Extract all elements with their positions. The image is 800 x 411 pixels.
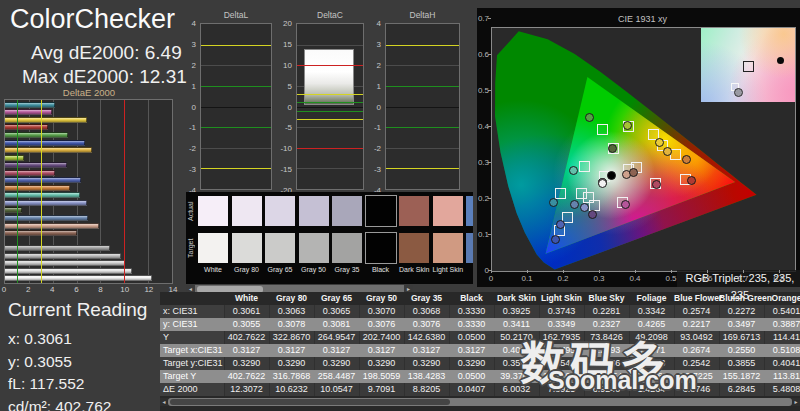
swatch-label: Dark Skin <box>399 266 429 273</box>
deltae-bar-orange-yellow <box>5 146 172 154</box>
dot-marker <box>777 57 784 64</box>
deltae-bar-foliage <box>5 207 172 215</box>
actual-swatch <box>399 196 429 226</box>
table-scrollbar[interactable]: ◄ ► <box>160 398 800 406</box>
deltae-bar-red <box>5 124 172 132</box>
table-row: Y402.7622322.8670264.9547202.7400142.638… <box>160 331 800 344</box>
deltal-chart-title: DeltaL <box>200 10 272 20</box>
deltae-bar-yellow <box>5 116 172 124</box>
measured-point <box>687 176 696 185</box>
deltae-bar-blue-flower <box>5 199 172 207</box>
swatch-label: Gray 35 <box>332 266 362 273</box>
deltae-bar-magenta <box>5 109 172 117</box>
deltal-y-axis: 43210-1-2-3-4 <box>178 23 198 190</box>
scroll-right-icon[interactable]: ► <box>792 398 800 406</box>
measured-point <box>623 121 632 130</box>
deltah-y-axis: 43210-1-2-3-4 <box>363 23 383 190</box>
deltae-bar-cyan <box>5 101 172 109</box>
deltae-bar-chart <box>4 99 173 284</box>
measured-point <box>549 198 558 207</box>
deltae-bar-moderate-red <box>5 169 172 177</box>
table-row: x: CIE310.30610.30630.30650.30700.30680.… <box>160 305 800 318</box>
table-scrollbar-thumb[interactable] <box>170 399 450 405</box>
target-point <box>597 124 608 135</box>
deltae-bar-blue-sky <box>5 214 172 222</box>
swatch-panel: Actual Target WhiteGray 80Gray 65Gray 50… <box>186 192 473 284</box>
target-point <box>579 161 590 172</box>
deltae-bar-blue <box>5 139 172 147</box>
measured-point <box>607 171 616 180</box>
deltah-chart-title: DeltaH <box>385 10 460 20</box>
actual-swatch <box>433 196 463 226</box>
measured-point <box>655 138 664 147</box>
measured-point <box>598 179 607 188</box>
table-row: Target y:CIE310.32900.32900.32900.32900.… <box>160 357 800 370</box>
current-reading-x: x: 0.3061 <box>8 328 158 351</box>
current-reading-cdm2: cd/m²: 402.762 <box>8 396 158 411</box>
swatch-labels-row: WhiteGray 80Gray 65Gray 50Gray 35BlackDa… <box>198 266 466 273</box>
table-header-row: WhiteGray 80Gray 65Gray 50Gray 35BlackDa… <box>160 292 800 305</box>
deltae-bar-green <box>5 131 172 139</box>
deltae-chart-title: DeltaE 2000 <box>4 87 174 98</box>
table-scrollbar-track[interactable] <box>168 398 792 406</box>
target-swatch <box>433 233 463 263</box>
cie-chart-title: CIE 1931 xy <box>491 14 794 24</box>
deltah-chart <box>385 23 460 190</box>
deltac-y-axis: 20151050-5-10-15-20 <box>274 23 294 190</box>
target-row-label: Target <box>187 233 196 263</box>
target-swatch-row <box>198 233 473 263</box>
actual-swatch-row <box>198 196 473 226</box>
deltae-bar-bluish-green <box>5 192 172 200</box>
measured-point <box>569 166 578 175</box>
deltae-bar-white <box>5 275 172 283</box>
deltae-bar-orange <box>5 184 172 192</box>
target-swatch <box>332 233 362 263</box>
max-de2000-readout: Max dE2000: 12.31 <box>22 66 187 88</box>
swatch-label: Light Skin <box>433 266 463 273</box>
target-point <box>589 200 600 211</box>
deltal-chart <box>200 23 272 190</box>
measured-point <box>663 147 672 156</box>
page-title: ColorChecker <box>10 4 175 35</box>
table-row: y: CIE310.30550.30780.30810.30760.30760.… <box>160 318 800 331</box>
deltae-bar-light-skin <box>5 222 172 230</box>
target-swatch <box>399 233 429 263</box>
watermark-url: Soomal.com <box>548 366 697 395</box>
target-point <box>670 149 681 160</box>
current-reading-fl: fL: 117.552 <box>8 373 158 396</box>
deltae-bar-purplish-blue <box>5 176 172 184</box>
scroll-left-icon[interactable]: ◄ <box>160 398 168 406</box>
measured-point <box>556 220 565 229</box>
avg-de2000-readout: Avg dE2000: 6.49 <box>31 42 182 64</box>
current-reading-panel: Current Reading x: 0.3061 y: 0.3055 fL: … <box>8 299 158 411</box>
swatch-label: Gray 80 <box>232 266 262 273</box>
swatch-label: Gray 50 <box>299 266 329 273</box>
deltae-bar-gray-35 <box>5 244 172 252</box>
deltae-bar-dark-skin <box>5 229 172 237</box>
measured-point <box>682 155 691 164</box>
deltae-bar-purple <box>5 161 172 169</box>
target-swatch <box>265 233 295 263</box>
measured-point <box>585 113 594 122</box>
circle-marker <box>734 88 743 97</box>
table-row: ΔE 200012.307210.623210.05479.70918.8205… <box>160 383 800 396</box>
measured-point <box>551 235 560 244</box>
measured-point <box>608 144 617 153</box>
swatch-label: Gray 65 <box>265 266 295 273</box>
deltae-x-axis: 02468101214 <box>4 285 176 295</box>
swatch-label: White <box>198 266 228 273</box>
deltac-chart-title: DeltaC <box>296 10 364 20</box>
deltae-bar-black <box>5 237 172 245</box>
deltae-bar-yellow-green <box>5 154 172 162</box>
actual-row-label: Actual <box>187 196 196 226</box>
target-swatch <box>232 233 262 263</box>
current-reading-title: Current Reading <box>8 299 158 321</box>
target-swatch <box>366 233 396 263</box>
measured-point <box>570 200 579 209</box>
table-row: Target x:CIE310.31270.31270.31270.31270.… <box>160 344 800 357</box>
actual-swatch <box>299 196 329 226</box>
target-swatch <box>299 233 329 263</box>
measured-point <box>588 210 597 219</box>
deltae-bars <box>5 100 172 283</box>
cie-1931-panel: CIE 1931 xy <box>477 8 800 287</box>
